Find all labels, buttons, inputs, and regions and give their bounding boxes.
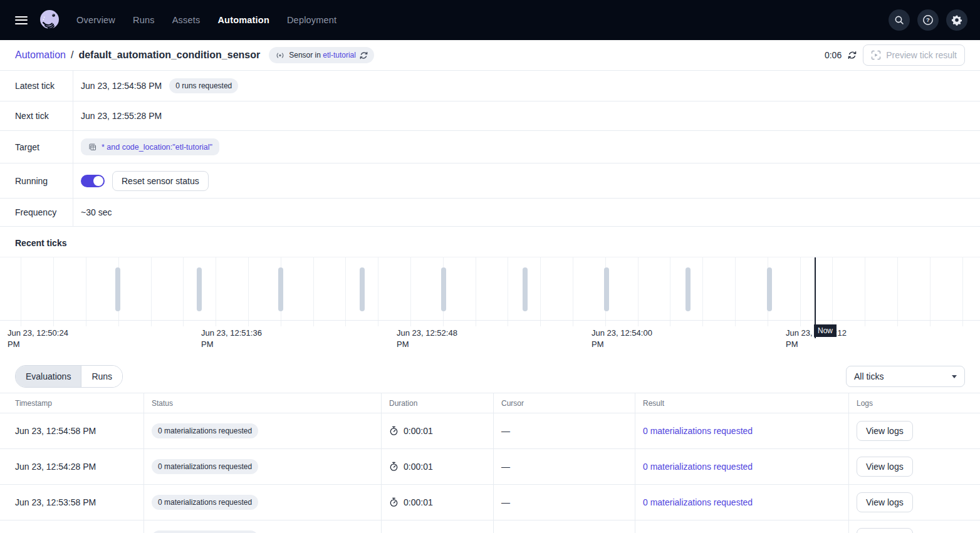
timeline-gridline bbox=[638, 257, 639, 326]
gear-icon bbox=[951, 14, 962, 26]
timeline-gridline bbox=[832, 257, 833, 326]
tick-timestamp: Jun 23, 12:54:28 PM bbox=[0, 449, 143, 484]
timeline-gridline bbox=[248, 257, 249, 326]
nav-item-automation[interactable]: Automation bbox=[217, 15, 269, 25]
tick-status-cell: 0 materializations requested bbox=[143, 413, 381, 448]
tick-duration: 0:00:01 bbox=[381, 520, 493, 533]
target-selection-chip[interactable]: * and code_location:"etl-tutorial" bbox=[81, 138, 219, 155]
latest-tick-value: Jun 23, 12:54:58 PM bbox=[81, 81, 162, 91]
timeline-gridline bbox=[865, 257, 865, 326]
view-logs-button[interactable]: View logs bbox=[857, 421, 913, 441]
tick-bar[interactable] bbox=[360, 267, 365, 311]
search-button[interactable] bbox=[889, 9, 910, 31]
menu-icon[interactable] bbox=[15, 16, 28, 24]
timeline-gridline bbox=[508, 257, 508, 326]
timeline-gridline bbox=[53, 257, 54, 326]
tick-filter-select[interactable]: All ticks bbox=[846, 366, 965, 387]
settings-button[interactable] bbox=[946, 9, 967, 31]
timeline-gridline bbox=[962, 257, 963, 326]
table-row: Jun 23, 12:53:28 PM0 materializations re… bbox=[0, 520, 980, 533]
table-header-row: TimestampStatusDurationCursorResultLogs bbox=[0, 393, 980, 413]
tick-result-cell: 0 materializations requested bbox=[635, 413, 848, 448]
preview-tick-result-button[interactable]: Preview tick result bbox=[863, 44, 965, 66]
view-logs-button[interactable]: View logs bbox=[857, 457, 913, 477]
timeline-gridline bbox=[86, 257, 86, 326]
tick-bar[interactable] bbox=[441, 267, 446, 311]
timeline-axis-label: Jun 23, 12:52:48 PM bbox=[397, 328, 459, 350]
top-nav: OverviewRunsAssetsAutomationDeployment ? bbox=[0, 0, 980, 40]
nav-item-assets[interactable]: Assets bbox=[172, 15, 201, 25]
tick-logs-cell: View logs bbox=[848, 413, 980, 448]
refresh-icon[interactable] bbox=[848, 51, 857, 60]
target-label: Target bbox=[0, 131, 73, 163]
frequency-row: Frequency ~30 sec bbox=[0, 199, 980, 227]
tick-bar[interactable] bbox=[523, 267, 528, 311]
dagster-logo-icon[interactable] bbox=[39, 9, 60, 31]
reload-location-icon[interactable] bbox=[360, 51, 368, 60]
nav-actions: ? bbox=[889, 9, 967, 31]
tabs-row: EvaluationsRuns All ticks bbox=[0, 353, 980, 393]
tick-timestamp: Jun 23, 12:53:58 PM bbox=[0, 485, 143, 520]
table-row: Jun 23, 12:54:58 PM0 materializations re… bbox=[0, 413, 980, 449]
tick-bar[interactable] bbox=[604, 267, 609, 311]
recent-ticks-chart: Jun 23, 12:50:24 PMJun 23, 12:51:36 PMJu… bbox=[0, 257, 980, 353]
chevron-down-icon bbox=[952, 375, 957, 378]
tick-timestamp: Jun 23, 12:54:58 PM bbox=[0, 413, 143, 448]
tick-bar[interactable] bbox=[197, 267, 202, 311]
tick-duration: 0:00:01 bbox=[381, 413, 493, 448]
tick-logs-cell: View logs bbox=[848, 520, 980, 533]
tick-result-link[interactable]: 0 materializations requested bbox=[643, 497, 753, 507]
tick-status-badge: 0 materializations requested bbox=[152, 495, 258, 510]
tab-runs[interactable]: Runs bbox=[81, 366, 122, 387]
timeline-axis-label: Jun 23, 12:50:24 PM bbox=[8, 328, 70, 350]
tick-cursor: — bbox=[493, 413, 635, 448]
evaluations-table: TimestampStatusDurationCursorResultLogs … bbox=[0, 393, 980, 533]
frequency-value: ~30 sec bbox=[81, 207, 112, 217]
refresh-countdown: 0:06 bbox=[825, 50, 842, 60]
tab-evaluations[interactable]: Evaluations bbox=[16, 366, 81, 387]
stopwatch-icon bbox=[389, 462, 399, 472]
column-header-result: Result bbox=[635, 393, 848, 413]
next-tick-row: Next tick Jun 23, 12:55:28 PM bbox=[0, 101, 980, 131]
timeline-gridline bbox=[930, 257, 930, 326]
recent-ticks-heading: Recent ticks bbox=[0, 227, 980, 257]
dagster-app: OverviewRunsAssetsAutomationDeployment ?… bbox=[0, 0, 980, 533]
now-label: Now bbox=[814, 324, 837, 337]
running-toggle[interactable] bbox=[81, 175, 105, 187]
tick-bar[interactable] bbox=[278, 267, 283, 311]
table-row: Jun 23, 12:53:58 PM0 materializations re… bbox=[0, 485, 980, 520]
timeline-gridline bbox=[378, 257, 378, 326]
tick-result-link[interactable]: 0 materializations requested bbox=[643, 462, 753, 472]
table-row: Jun 23, 12:54:28 PM0 materializations re… bbox=[0, 449, 980, 485]
tick-bar[interactable] bbox=[767, 267, 772, 311]
table-body: Jun 23, 12:54:58 PM0 materializations re… bbox=[0, 413, 980, 533]
timeline-gridline bbox=[313, 257, 314, 326]
tick-status-cell: 0 materializations requested bbox=[143, 520, 381, 533]
breadcrumb-automation-link[interactable]: Automation bbox=[15, 49, 66, 61]
tick-bar[interactable] bbox=[685, 267, 691, 311]
tick-result-cell: 0 materializations requested bbox=[635, 520, 848, 533]
help-button[interactable]: ? bbox=[917, 9, 939, 31]
reset-sensor-status-button[interactable]: Reset sensor status bbox=[112, 171, 209, 191]
header-actions: 0:06 Preview tick result bbox=[825, 44, 965, 66]
stopwatch-icon bbox=[389, 426, 399, 436]
sensor-location-badge: Sensor in etl-tutorial bbox=[269, 47, 374, 63]
nav-item-overview[interactable]: Overview bbox=[76, 15, 115, 25]
tick-status-badge: 0 materializations requested bbox=[152, 423, 258, 438]
latest-tick-status-badge: 0 runs requested bbox=[169, 78, 238, 93]
column-header-status: Status bbox=[143, 393, 381, 413]
tick-timestamp: Jun 23, 12:53:28 PM bbox=[0, 520, 143, 533]
timeline-gridline bbox=[345, 257, 346, 326]
column-header-logs: Logs bbox=[848, 393, 980, 413]
tick-cursor: — bbox=[493, 449, 635, 484]
timeline-gridline bbox=[800, 257, 801, 326]
column-header-cursor: Cursor bbox=[493, 393, 635, 413]
column-header-timestamp: Timestamp bbox=[0, 393, 143, 413]
nav-item-runs[interactable]: Runs bbox=[133, 15, 155, 25]
view-logs-button[interactable]: View logs bbox=[857, 528, 913, 533]
nav-item-deployment[interactable]: Deployment bbox=[287, 15, 336, 25]
tick-result-link[interactable]: 0 materializations requested bbox=[643, 426, 753, 436]
code-location-link[interactable]: etl-tutorial bbox=[323, 51, 356, 60]
view-logs-button[interactable]: View logs bbox=[857, 492, 913, 512]
tick-bar[interactable] bbox=[115, 267, 120, 311]
